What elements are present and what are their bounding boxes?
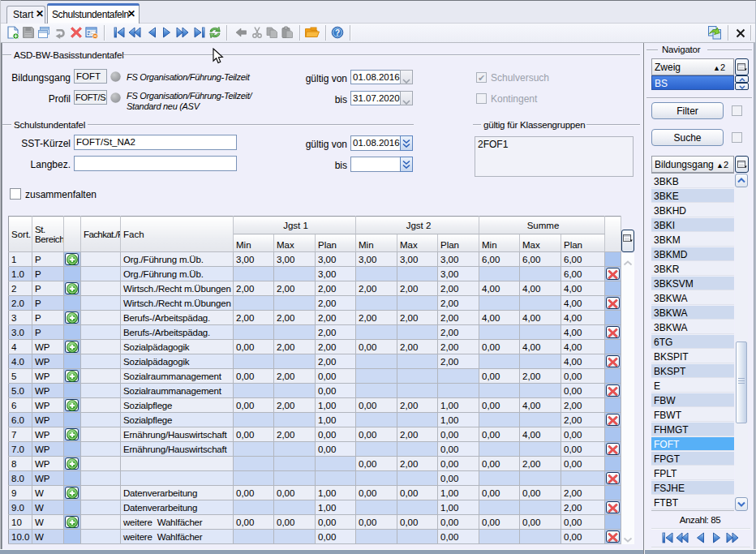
- svg-text:?: ?: [335, 28, 340, 37]
